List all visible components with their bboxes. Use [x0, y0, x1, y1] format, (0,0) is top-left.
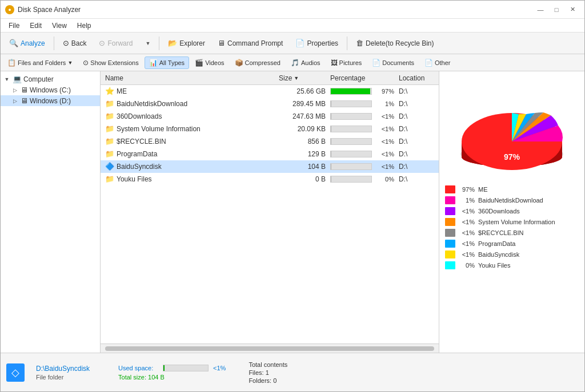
forward-icon: ⊙	[99, 39, 105, 47]
properties-button[interactable]: 📄 Properties	[290, 36, 343, 50]
main-window: ● Disk Space Analyzer — □ ✕ File Edit Vi…	[0, 0, 585, 392]
explorer-button[interactable]: 📂 Explorer	[163, 36, 210, 50]
analyze-button[interactable]: 🔍 Analyze	[4, 36, 50, 50]
tree-item-windows-d[interactable]: ▷ 🖥 Windows (D:)	[1, 95, 100, 106]
status-type: File folder	[36, 374, 90, 381]
legend-label: ProgramData	[478, 240, 515, 247]
horizontal-scrollbar[interactable]	[101, 343, 439, 353]
file-row[interactable]: 🔷 BaiduSyncdisk 104 B <1% D:\	[101, 160, 439, 173]
analyze-label: Analyze	[21, 39, 45, 47]
filter-pictures[interactable]: 🖼 Pictures	[326, 56, 367, 69]
close-button[interactable]: ✕	[565, 4, 580, 15]
col-header-size[interactable]: Size ▼	[277, 73, 328, 83]
other-icon: 📄	[424, 59, 433, 67]
legend-pct: <1%	[459, 208, 475, 215]
minimize-button[interactable]: —	[533, 4, 548, 15]
files-count: Files: 1	[249, 369, 287, 376]
bar-pct: 97%	[374, 88, 394, 95]
used-space-pct: <1%	[213, 365, 226, 371]
file-name-cell: 📁 Youku Files	[103, 175, 277, 183]
windows-c-label: Windows (C:)	[30, 86, 71, 94]
file-row[interactable]: 📁 BaiduNetdiskDownload 289.45 MB 1% D:\	[101, 98, 439, 110]
file-bar-cell: 0%	[328, 176, 396, 183]
all-types-icon: 📊	[149, 59, 158, 67]
tree-item-computer[interactable]: ▼ 💻 Computer	[1, 74, 100, 84]
bar-bg	[330, 151, 372, 157]
bar-fill	[331, 164, 331, 169]
legend-pct: <1%	[459, 240, 475, 247]
bar-fill	[331, 126, 331, 132]
bar-pct: 0%	[374, 176, 394, 183]
legend-item: 97% ME	[445, 185, 579, 193]
pictures-icon: 🖼	[331, 59, 338, 67]
filter-videos[interactable]: 🎬 Videos	[190, 56, 229, 69]
scrollbar-track[interactable]	[105, 346, 434, 351]
explorer-icon: 📂	[168, 39, 177, 47]
menu-edit[interactable]: Edit	[25, 21, 46, 31]
toolbar-sep2	[159, 37, 159, 50]
col-pct-label: Percentage	[330, 74, 365, 82]
filter-all-types[interactable]: 📊 All Types	[145, 56, 189, 69]
windows-c-icon: 🖥	[21, 86, 28, 94]
file-row[interactable]: 📁 System Volume Information 20.09 KB <1%…	[101, 123, 439, 135]
filter-show-extensions[interactable]: ⊙ Show Extensions	[78, 56, 143, 69]
sort-arrow-icon: ▼	[294, 75, 299, 81]
legend-pct: 1%	[459, 197, 475, 204]
delete-button[interactable]: 🗑 Delete(to Recycle Bin)	[351, 36, 439, 50]
file-location-cell: D:\	[396, 112, 436, 120]
maximize-button[interactable]: □	[549, 4, 564, 15]
legend-item: <1% 360Downloads	[445, 207, 579, 215]
file-type-icon: 📁	[105, 149, 114, 158]
filter-compressed[interactable]: 📦 Compressed	[230, 56, 285, 69]
forward-button[interactable]: ⊙ Forward	[94, 36, 138, 50]
col-header-name[interactable]: Name	[103, 73, 277, 83]
bar-pct: 1%	[374, 100, 394, 107]
pictures-label: Pictures	[339, 59, 362, 66]
back-button[interactable]: ⊙ Back	[58, 36, 92, 50]
legend-item: 1% BaiduNetdiskDownload	[445, 196, 579, 204]
filter-audios[interactable]: 🎵 Audios	[286, 56, 325, 69]
filter-bar: 📋 Files and Folders ▼ ⊙ Show Extensions …	[1, 54, 584, 71]
windows-d-label: Windows (D:)	[30, 97, 71, 105]
file-row[interactable]: 📁 $RECYCLE.BIN 856 B <1% D:\	[101, 135, 439, 148]
used-space-bar	[163, 365, 209, 371]
col-header-percentage[interactable]: Percentage	[328, 73, 396, 83]
command-prompt-button[interactable]: 🖥 Command Prompt	[213, 36, 288, 50]
menu-view[interactable]: View	[47, 21, 71, 31]
status-icon-symbol: ◇	[11, 366, 19, 379]
toolbar: 🔍 Analyze ⊙ Back ⊙ Forward ▼ 📂 Explorer …	[1, 33, 584, 54]
filter-files-folders[interactable]: 📋 Files and Folders ▼	[3, 56, 77, 69]
files-folders-arrow: ▼	[67, 60, 73, 66]
show-ext-icon: ⊙	[83, 59, 89, 67]
properties-icon: 📄	[295, 39, 304, 47]
col-header-location[interactable]: Location	[396, 73, 436, 83]
file-panel: Name Size ▼ Percentage Location ⭐ ME 25.…	[101, 71, 439, 353]
status-app-icon: ◇	[6, 363, 25, 382]
filter-documents[interactable]: 📄 Documents	[367, 56, 419, 69]
computer-icon: 💻	[13, 75, 22, 83]
file-row[interactable]: 📁 Youku Files 0 B 0% D:\	[101, 173, 439, 185]
file-location-cell: D:\	[396, 175, 436, 183]
file-location-cell: D:\	[396, 138, 436, 146]
file-type-icon: 🔷	[105, 162, 114, 171]
col-loc-label: Location	[399, 74, 424, 82]
file-name-cell: ⭐ ME	[103, 87, 277, 95]
file-size-cell: 247.63 MB	[277, 112, 328, 120]
file-row[interactable]: ⭐ ME 25.66 GB 97% D:\	[101, 85, 439, 98]
legend-color-swatch	[445, 185, 455, 193]
show-extensions-label: Show Extensions	[90, 59, 138, 66]
menu-help[interactable]: Help	[73, 21, 96, 31]
filter-other[interactable]: 📄 Other	[420, 56, 455, 69]
used-space-bar-fill	[163, 365, 165, 371]
file-row[interactable]: 📁 ProgramData 129 B <1% D:\	[101, 148, 439, 160]
file-row[interactable]: 📁 360Downloads 247.63 MB <1% D:\	[101, 110, 439, 123]
toolbar-sep1	[54, 37, 54, 50]
file-type-icon: 📁	[105, 175, 114, 183]
legend-label: 360Downloads	[478, 208, 520, 215]
legend-pct: <1%	[459, 251, 475, 258]
dropdown-arrow-button[interactable]: ▼	[140, 38, 155, 49]
tree-item-windows-c[interactable]: ▷ 🖥 Windows (C:)	[1, 84, 100, 95]
legend-item: <1% BaiduSyncdisk	[445, 250, 579, 258]
menu-file[interactable]: File	[4, 21, 24, 31]
other-label: Other	[435, 59, 451, 66]
